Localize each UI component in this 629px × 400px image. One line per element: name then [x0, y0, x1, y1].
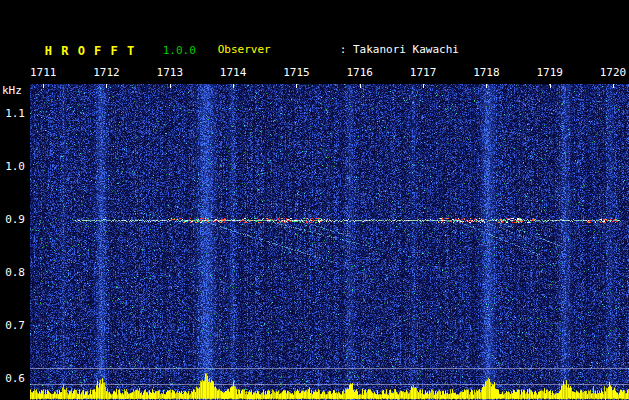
- time-axis: 1711171217131714171517161717171817191720: [0, 62, 629, 84]
- hrofft-window: H R O F F T1.0.0 2511151710.pngmeteor 25…: [0, 0, 629, 400]
- info-label: Observer: [218, 43, 340, 56]
- time-tick-label: 1716: [346, 66, 373, 79]
- info-value: : Takanori Kawachi: [340, 43, 459, 56]
- freq-axis: kHz 1.11.00.90.80.70.6: [0, 0, 29, 400]
- freq-tick-label: 0.6: [5, 372, 25, 385]
- time-tick-label: 1713: [157, 66, 184, 79]
- time-tick-label: 1712: [93, 66, 120, 79]
- freq-tick-label: 0.8: [5, 266, 25, 279]
- time-tick-label: 1711: [30, 66, 57, 79]
- app-title: H R O F F T: [45, 44, 163, 58]
- freq-unit-label: kHz: [2, 84, 22, 97]
- time-tick-label: 1714: [220, 66, 247, 79]
- freq-tick-label: 0.7: [5, 319, 25, 332]
- time-tick-label: 1715: [283, 66, 310, 79]
- freq-tick-label: 1.1: [5, 107, 25, 120]
- info-row-observer: Observer: Takanori Kawachi: [178, 30, 591, 43]
- spectrogram-canvas: [30, 84, 629, 400]
- time-tick-label: 1719: [536, 66, 563, 79]
- time-tick-label: 1718: [473, 66, 500, 79]
- freq-tick-label: 1.0: [5, 160, 25, 173]
- title-row: H R O F F T1.0.0: [5, 30, 203, 44]
- time-tick-label: 1720: [600, 66, 627, 79]
- freq-tick-label: 0.9: [5, 213, 25, 226]
- time-tick-label: 1717: [410, 66, 437, 79]
